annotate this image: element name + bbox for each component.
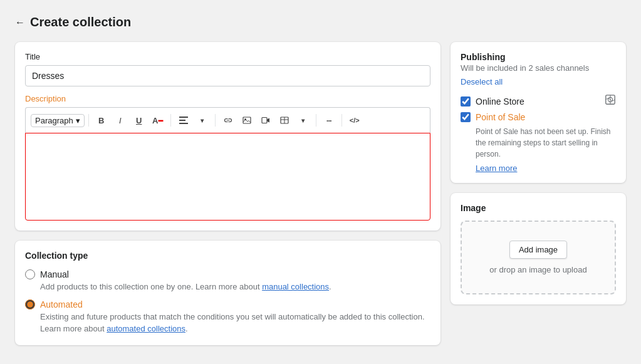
paragraph-chevron: ▾ bbox=[76, 116, 80, 125]
automated-desc-text: Existing and future products that match … bbox=[40, 312, 425, 334]
automated-radio[interactable] bbox=[25, 299, 35, 309]
deselect-all-link[interactable]: Deselect all bbox=[461, 77, 503, 86]
image-card: Image Add image or drop an image to uplo… bbox=[451, 193, 626, 304]
table-button[interactable] bbox=[276, 112, 293, 129]
collection-type-card: Collection type Manual Add products to t… bbox=[15, 241, 440, 345]
title-label: Title bbox=[25, 52, 430, 61]
svg-rect-5 bbox=[262, 118, 267, 123]
toolbar-divider-1 bbox=[88, 114, 89, 127]
automated-option: Automated Existing and future products t… bbox=[25, 299, 430, 335]
right-column: Publishing Will be included in 2 sales c… bbox=[451, 42, 626, 304]
manual-option: Manual Add products to this collection o… bbox=[25, 269, 430, 293]
description-label: Description bbox=[25, 94, 430, 103]
manual-desc: Add products to this collection one by o… bbox=[40, 281, 430, 293]
online-store-label: Online Store bbox=[476, 96, 524, 107]
drop-text: or drop an image to upload bbox=[489, 265, 586, 274]
online-store-icon bbox=[605, 94, 616, 108]
image-title: Image bbox=[461, 203, 616, 213]
manual-label: Manual bbox=[40, 269, 69, 279]
publishing-subtitle: Will be included in 2 sales channels bbox=[461, 63, 616, 73]
manual-label-row: Manual bbox=[25, 269, 430, 279]
svg-rect-3 bbox=[243, 117, 251, 123]
back-button[interactable]: ← bbox=[15, 17, 25, 28]
toolbar-divider-2 bbox=[170, 114, 171, 127]
svg-rect-0 bbox=[179, 117, 188, 118]
pos-left: Point of Sale bbox=[461, 112, 525, 122]
code-button[interactable]: </> bbox=[346, 112, 363, 129]
underline-button[interactable]: U bbox=[130, 112, 148, 129]
title-input[interactable] bbox=[25, 65, 430, 86]
main-layout: Title Description Paragraph ▾ B I U bbox=[15, 42, 626, 345]
automated-desc-suffix: . bbox=[185, 324, 188, 333]
editor-toolbar: Paragraph ▾ B I U A▬ ▾ bbox=[25, 107, 430, 133]
automated-label-row: Automated bbox=[25, 299, 430, 309]
page-title: Create collection bbox=[30, 15, 131, 29]
link-button[interactable] bbox=[219, 112, 237, 129]
collection-type-title: Collection type bbox=[25, 251, 430, 261]
image-dropzone[interactable]: Add image or drop an image to upload bbox=[461, 221, 616, 294]
automated-label: Automated bbox=[40, 299, 83, 309]
text-color-button[interactable]: A▬ bbox=[149, 112, 167, 129]
publishing-card: Publishing Will be included in 2 sales c… bbox=[451, 42, 626, 183]
title-description-card: Title Description Paragraph ▾ B I U bbox=[15, 42, 440, 231]
pos-warning: Point of Sale has not been set up. Finis… bbox=[476, 126, 616, 160]
add-image-button[interactable]: Add image bbox=[509, 241, 567, 259]
bold-button[interactable]: B bbox=[93, 112, 110, 129]
manual-desc-text: Add products to this collection one by o… bbox=[40, 282, 262, 291]
pos-label: Point of Sale bbox=[476, 112, 525, 122]
page-header: ← Create collection bbox=[15, 15, 626, 29]
collection-type-group: Manual Add products to this collection o… bbox=[25, 269, 430, 335]
media-button[interactable] bbox=[238, 112, 256, 129]
pos-row: Point of Sale bbox=[461, 112, 616, 122]
paragraph-label: Paragraph bbox=[35, 116, 73, 125]
publishing-title: Publishing bbox=[461, 52, 616, 62]
learn-more-link[interactable]: Learn more bbox=[476, 164, 616, 173]
paragraph-select[interactable]: Paragraph ▾ bbox=[31, 114, 85, 127]
manual-radio[interactable] bbox=[25, 269, 35, 279]
pos-checkbox[interactable] bbox=[461, 112, 471, 122]
toolbar-divider-5 bbox=[341, 114, 342, 127]
italic-button[interactable]: I bbox=[112, 112, 129, 129]
align-button[interactable] bbox=[175, 112, 192, 129]
description-field: Description Paragraph ▾ B I U A▬ bbox=[25, 94, 430, 221]
automated-desc: Existing and future products that match … bbox=[40, 311, 430, 335]
toolbar-divider-3 bbox=[215, 114, 216, 127]
automated-collections-link[interactable]: automated collections bbox=[107, 324, 185, 333]
video-button[interactable] bbox=[257, 112, 274, 129]
more-button[interactable]: ··· bbox=[320, 112, 338, 129]
online-store-left: Online Store bbox=[461, 96, 524, 107]
svg-rect-1 bbox=[179, 120, 185, 121]
align-chevron-button[interactable]: ▾ bbox=[194, 112, 211, 129]
table-chevron-button[interactable]: ▾ bbox=[294, 112, 312, 129]
manual-desc-suffix: . bbox=[329, 282, 331, 291]
pos-section: Point of Sale Point of Sale has not been… bbox=[461, 112, 616, 173]
manual-collections-link[interactable]: manual collections bbox=[262, 282, 329, 291]
online-store-checkbox[interactable] bbox=[461, 96, 471, 107]
description-editor[interactable] bbox=[25, 133, 430, 221]
toolbar-divider-4 bbox=[316, 114, 316, 127]
online-store-row: Online Store bbox=[461, 94, 616, 108]
left-column: Title Description Paragraph ▾ B I U bbox=[15, 42, 440, 345]
svg-rect-2 bbox=[179, 123, 188, 124]
